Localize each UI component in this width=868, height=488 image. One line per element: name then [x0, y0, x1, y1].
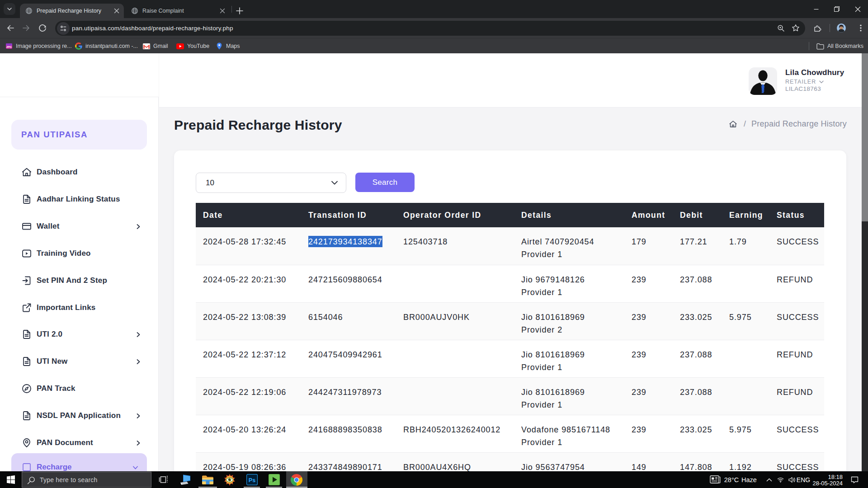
svg-text:JPG: JPG: [6, 45, 12, 48]
svg-text:Ps: Ps: [248, 477, 255, 483]
